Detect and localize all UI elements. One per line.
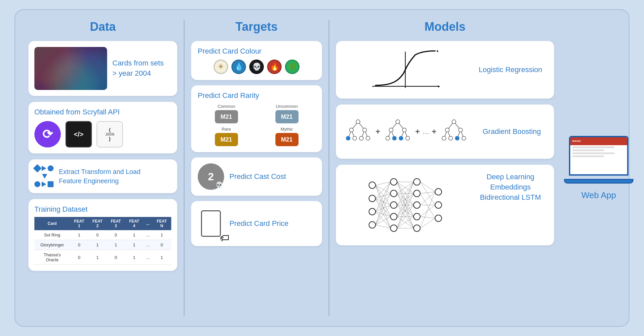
etl-row-1 (34, 165, 54, 171)
mana-white-icon: ☀ (214, 60, 228, 74)
mana-green-icon: 🌿 (285, 60, 300, 74)
svg-line-67 (376, 198, 390, 205)
cell-f1: 1 (70, 230, 89, 240)
svg-line-63 (376, 185, 390, 217)
svg-point-43 (369, 182, 376, 189)
svg-point-50 (390, 213, 397, 220)
svg-point-15 (359, 136, 363, 140)
svg-point-10 (356, 120, 360, 124)
data-column: Data Cards from sets> year 2004 Obtained… (22, 20, 184, 316)
rarity-mythic-badge: M21 (275, 133, 299, 146)
svg-point-27 (392, 136, 396, 140)
col-feat1: FEAT 1 (70, 217, 89, 230)
price-icon: 🏷 (198, 207, 224, 240)
cell-f2: 0 (88, 230, 107, 240)
training-table: Card FEAT 1 FEAT 2 FEAT 3 FEAT 4 ... FEA… (34, 217, 171, 265)
etl-diamond-1 (33, 164, 41, 172)
cell-f1: 0 (70, 250, 89, 265)
cell-card: Glorybringer (34, 240, 70, 250)
predict-cast-cost-card: 2 💀 Predict Cast Cost (191, 157, 322, 196)
cell-f4: 1 (125, 230, 143, 240)
screen-line-4 (572, 155, 604, 157)
skull-icon: 💀 (216, 181, 223, 189)
svg-line-108 (420, 205, 435, 217)
rarity-uncommon-label: Uncommon (276, 104, 298, 109)
cell-fn: 0 (152, 240, 171, 250)
cast-cost-content: 2 💀 Predict Cast Cost (198, 163, 315, 190)
etl-card: Extract Transform and LoadFeature Engine… (28, 159, 177, 193)
predict-price-title: Predict Card Price (229, 219, 289, 228)
svg-line-72 (376, 205, 390, 212)
logistic-label: Logistic Regression (474, 65, 547, 74)
svg-point-29 (406, 136, 410, 140)
svg-line-79 (376, 225, 390, 228)
cell-fn: 1 (152, 250, 171, 265)
svg-point-40 (449, 136, 453, 140)
col-featn: FEAT N (152, 217, 171, 230)
svg-point-12 (363, 128, 367, 132)
deep-learning-card: Deep LearningEmbeddingsBidirectional LST… (336, 165, 554, 245)
predict-rarity-card: Predict Card Rarity Common M21 Uncommon … (191, 85, 322, 152)
svg-point-45 (369, 208, 376, 215)
cell-dots: ... (143, 250, 152, 265)
api-icons-row: ⟳ </> { JSON } (34, 121, 171, 147)
rarity-mythic: Mythic M21 (258, 127, 315, 146)
screen-line-2 (572, 149, 604, 151)
predict-colour-title: Predict Card Colour (198, 47, 315, 56)
scryfall-title: Obtained from Scryfall API (34, 108, 171, 116)
screen-line-3 (572, 152, 615, 154)
svg-point-13 (346, 136, 350, 140)
svg-line-110 (420, 182, 435, 205)
json-brace-bot: } (109, 136, 110, 142)
rarity-rare: Rare M21 (198, 127, 255, 146)
rarity-common: Common M21 (198, 104, 255, 123)
json-brace-top: { (109, 127, 110, 133)
gradient-boosting-visual: + (343, 112, 469, 151)
etl-row-2 (34, 181, 54, 187)
webapp-laptop: MAGIC Web App (564, 136, 633, 200)
cell-f3: 0 (107, 230, 125, 240)
svg-line-60 (376, 182, 390, 185)
card-outline (201, 210, 221, 237)
tree1-svg (343, 118, 373, 145)
scryfall-icon: ⟳ (34, 121, 61, 147)
predict-rarity-title: Predict Card Rarity (198, 91, 315, 100)
targets-column: Targets Predict Card Colour ☀ 💧 💀 🔥 🌿 Pr… (184, 20, 329, 316)
webapp-column: MAGIC Web App (561, 20, 637, 316)
rarity-uncommon: Uncommon M21 (258, 104, 315, 123)
cell-fn: 1 (152, 230, 171, 240)
scryfall-api-card: Obtained from Scryfall API ⟳ </> { JSON … (28, 102, 177, 153)
laptop-base (564, 179, 633, 184)
json-icon: { JSON } (97, 121, 123, 147)
cards-from-sets-card: Cards from sets> year 2004 (28, 41, 177, 96)
cell-card: Thassa's Oracle (34, 250, 70, 265)
cell-f4: 1 (125, 240, 143, 250)
table-row: Thassa's Oracle 0 1 0 1 ... 1 (34, 250, 171, 265)
cell-f2: 1 (88, 240, 107, 250)
models-column: Models Logistic Regression (329, 20, 561, 316)
deep-learning-visual (343, 172, 467, 238)
cast-cost-icon: 2 💀 (198, 163, 224, 190)
svg-point-41 (455, 136, 459, 140)
mana-black-icon: 💀 (249, 60, 264, 74)
svg-point-23 (396, 120, 400, 124)
cell-card: Sol Ring (34, 230, 70, 240)
json-label: JSON (105, 133, 114, 136)
rarity-uncommon-badge: M21 (275, 110, 299, 123)
training-dataset-card: Training Dataset Card FEAT 1 FEAT 2 FEAT… (28, 199, 177, 271)
etl-arrow-right-1 (42, 166, 46, 171)
cell-f3: 1 (107, 240, 125, 250)
screen-logo: MAGIC (572, 140, 581, 143)
mana-blue-icon: 💧 (231, 60, 246, 74)
svg-point-38 (459, 128, 463, 132)
svg-line-113 (420, 217, 435, 218)
svg-marker-3 (438, 85, 440, 88)
svg-point-54 (414, 202, 420, 208)
screen-content (570, 145, 627, 174)
tree3-svg (439, 118, 469, 145)
logistic-svg (369, 48, 442, 91)
tree2-svg (383, 118, 413, 145)
main-container: Data Cards from sets> year 2004 Obtained… (15, 9, 629, 327)
svg-point-28 (399, 136, 403, 140)
svg-point-57 (435, 189, 442, 195)
